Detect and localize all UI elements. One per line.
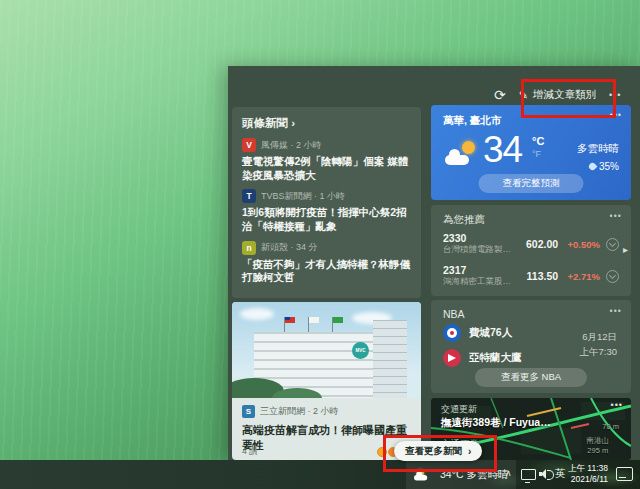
news-title[interactable]: 「疫苗不夠」才有人搞特權？林靜儀打臉柯文哲: [242, 258, 411, 285]
news-item[interactable]: V 風傳媒 · 2 小時 壹電視驚傳2例「陰轉陽」個案 媒體染疫風暴恐擴大: [242, 138, 411, 182]
article-photo: MVC: [232, 302, 421, 398]
chevron-right-icon: ›: [291, 117, 295, 129]
traffic-road: 撫遠街389巷 / Fuyua…: [441, 416, 551, 430]
carousel-next-icon[interactable]: ▸: [623, 244, 628, 255]
flyout-more-icon[interactable]: •••: [609, 91, 621, 100]
building-tower: [373, 320, 407, 398]
clock-time: 上午 11:38: [562, 463, 608, 474]
headline-header-label: 頭條新聞: [242, 117, 288, 129]
action-center-icon[interactable]: [616, 467, 633, 481]
stock-name: 台灣積體電路製…: [443, 244, 513, 256]
taskbar-weather-condition: 多雲時晴: [466, 468, 508, 480]
hawks-logo-icon: [443, 349, 461, 367]
taskbar-weather-temp: 34°C: [440, 468, 463, 480]
watchlist-chevron-icon[interactable]: [606, 270, 619, 283]
weather-more-icon[interactable]: •••: [610, 111, 622, 120]
stock-symbol: 2330: [443, 232, 513, 244]
news-item[interactable]: n 新頭殼 · 34 分 「疫苗不夠」才有人搞特權？林靜儀打臉柯文哲: [242, 241, 411, 285]
weather-card[interactable]: 萬華, 臺北市 ••• 34 °C °F 多雲時晴 35% 查看完整預測: [431, 105, 631, 200]
traffic-label: 交通更新: [441, 403, 477, 416]
article-card[interactable]: MVC S 三立新聞網 · 2 小時 高端疫苗解盲成功！律師曝國產重要性 4 讚…: [232, 302, 421, 460]
roc-flag: [285, 317, 295, 323]
clock-date: 2021/6/11: [562, 474, 608, 485]
source-logo-setn: S: [242, 405, 255, 418]
like-count[interactable]: 4 讚: [242, 446, 258, 458]
stock-change: +0.50%: [558, 239, 600, 250]
sixers-logo-icon: [443, 324, 461, 342]
source-meta: 三立新聞網 · 2 小時: [260, 405, 339, 418]
headline-news-card: 頭條新聞 › V 風傳媒 · 2 小時 壹電視驚傳2例「陰轉陽」個案 媒體染疫風…: [232, 107, 421, 298]
emoji-icon: [377, 447, 387, 457]
nba-matchup-team[interactable]: 亞特蘭大鷹: [443, 349, 522, 367]
pencil-icon: ✎: [519, 89, 528, 102]
stock-row[interactable]: 2330 台灣積體電路製… 602.00 +0.50%: [443, 231, 619, 257]
nba-header: NBA: [443, 308, 465, 320]
unit-celsius-toggle[interactable]: °C: [532, 136, 544, 147]
stocks-header: 為您推薦: [443, 213, 485, 227]
weather-condition: 多雲時晴: [577, 142, 619, 156]
source-meta: 新頭殼 · 34 分: [261, 241, 318, 254]
weather-temperature: 34: [483, 131, 522, 168]
stock-price: 602.00: [513, 238, 558, 250]
stock-name: 鴻海精密工業股…: [443, 276, 513, 288]
nba-matchup-team[interactable]: 費城76人: [443, 324, 512, 342]
traffic-more-icon[interactable]: •••: [611, 401, 623, 410]
source-logo-tvbs: T: [242, 189, 256, 203]
team-name: 亞特蘭大鷹: [469, 351, 522, 365]
chevron-right-icon: ›: [468, 446, 471, 457]
stocks-card: 為您推薦 ••• 2330 台灣積體電路製… 602.00 +0.50% 231…: [431, 205, 631, 296]
stock-price: 113.50: [513, 270, 558, 282]
source-logo-storm: V: [242, 138, 256, 152]
map-label: 南港山 295 m: [587, 436, 610, 456]
network-icon[interactable]: [521, 469, 536, 480]
taskbar-weather-widget[interactable]: 34°C 多雲時晴: [406, 460, 516, 489]
sun-cloud-icon: [414, 469, 425, 480]
droplet-icon: [588, 162, 598, 172]
reaction-bar: 4 讚 12: [242, 446, 411, 458]
stock-symbol: 2317: [443, 264, 513, 276]
see-full-forecast-button[interactable]: 查看完整預測: [479, 174, 584, 193]
team-name: 費城76人: [469, 326, 512, 340]
precipitation-value: 35%: [599, 161, 619, 172]
source-logo-newtalk: n: [242, 241, 256, 255]
nba-card: NBA ••• 費城76人 亞特蘭大鷹 6月12日 上午7:30 查看更多 NB…: [431, 300, 631, 393]
edit-categories-button[interactable]: ✎ 增減文章類別: [519, 88, 596, 102]
watchlist-chevron-icon[interactable]: [606, 238, 619, 251]
stocks-more-icon[interactable]: •••: [610, 212, 622, 221]
white-flag: [309, 317, 319, 323]
nba-more-icon[interactable]: •••: [610, 307, 622, 316]
speaker-icon[interactable]: [539, 468, 553, 480]
see-more-news-label: 查看更多新聞: [405, 445, 462, 458]
headline-card-header[interactable]: 頭條新聞 ›: [242, 116, 411, 131]
taskbar-clock[interactable]: 上午 11:38 2021/6/11: [562, 463, 608, 485]
see-more-nba-button[interactable]: 查看更多 NBA: [475, 368, 587, 387]
stock-row[interactable]: 2317 鴻海精密工業股… 113.50 +2.71%: [443, 263, 619, 289]
source-meta: 風傳媒 · 2 小時: [261, 139, 322, 152]
map-label: 70 m: [602, 422, 619, 431]
flyout-toolbar: ⟳ ✎ 增減文章類別 •••: [494, 84, 621, 106]
news-title[interactable]: 壹電視驚傳2例「陰轉陽」個案 媒體染疫風暴恐擴大: [242, 155, 411, 182]
mvc-logo: MVC: [352, 342, 369, 359]
green-flag: [333, 317, 343, 323]
refresh-icon[interactable]: ⟳: [494, 88, 506, 102]
source-meta: TVBS新聞網 · 1 小時: [261, 190, 345, 203]
weather-location: 萬華, 臺北市: [443, 114, 501, 128]
news-item[interactable]: T TVBS新聞網 · 1 小時 1到6類將開打疫苗！指揮中心祭2招治「特權接種…: [242, 189, 411, 233]
tray-overflow-chevron-icon[interactable]: ∧: [505, 468, 512, 478]
see-more-news-button[interactable]: 查看更多新聞 ›: [394, 441, 482, 461]
stock-change: +2.71%: [558, 271, 600, 282]
sun-cloud-icon: [445, 141, 477, 165]
game-datetime: 6月12日 上午7:30: [580, 330, 618, 359]
news-title[interactable]: 1到6類將開打疫苗！指揮中心祭2招治「特權接種」亂象: [242, 206, 411, 233]
edit-categories-label: 增減文章類別: [533, 88, 596, 102]
unit-fahrenheit-toggle[interactable]: °F: [532, 150, 544, 159]
